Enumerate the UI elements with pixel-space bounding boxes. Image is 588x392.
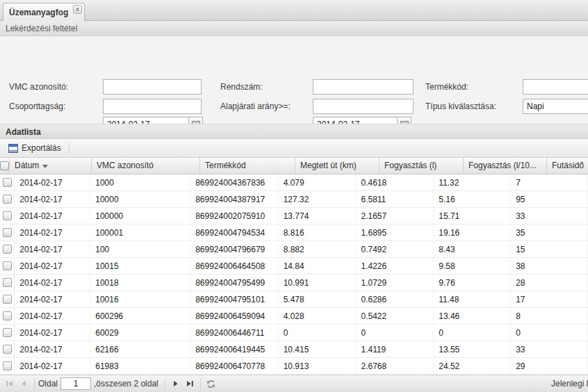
row-checkbox[interactable] bbox=[3, 278, 12, 287]
table-cell: 10.913 bbox=[279, 358, 357, 374]
select-all-cell bbox=[0, 158, 10, 174]
column-header-4[interactable]: Megtett út (km) bbox=[295, 158, 379, 174]
row-checkbox[interactable] bbox=[3, 195, 12, 204]
table-row[interactable]: 2014-02-176216686992400641944510.4151.41… bbox=[0, 341, 588, 358]
row-checkbox[interactable] bbox=[3, 361, 12, 370]
tab-close-icon[interactable]: x bbox=[73, 5, 82, 14]
table-cell: 869924006446711 bbox=[190, 325, 278, 341]
rendszam-input[interactable] bbox=[313, 79, 414, 95]
termekkod-input[interactable] bbox=[523, 79, 588, 95]
table-cell: 9.76 bbox=[434, 275, 511, 291]
next-page-button[interactable] bbox=[169, 377, 183, 391]
column-header-label: Futásidő bbox=[552, 161, 584, 170]
row-checkbox[interactable] bbox=[3, 328, 12, 337]
row-checkbox-cell bbox=[0, 191, 15, 207]
column-header-6[interactable]: Fogyasztás (l/10... bbox=[464, 158, 547, 174]
table-cell: 35 bbox=[511, 224, 588, 240]
table-cell: 10015 bbox=[90, 258, 190, 274]
datalist-header: Adatlista bbox=[0, 124, 588, 139]
alapjarati-input[interactable] bbox=[313, 99, 414, 114]
refresh-button[interactable] bbox=[204, 377, 218, 391]
table-cell: 0.4618 bbox=[356, 174, 434, 190]
export-grid-icon bbox=[8, 144, 18, 153]
tab-uzemanyag[interactable]: Üzemanyagfog x bbox=[3, 3, 85, 21]
table-cell: 8.43 bbox=[434, 241, 511, 257]
table-cell: 2.6768 bbox=[356, 358, 434, 374]
row-checkbox-cell bbox=[0, 341, 15, 357]
table-cell: 4.079 bbox=[279, 174, 357, 190]
table-cell: 8 bbox=[511, 308, 588, 324]
paging-status-text: Jelenlegi l bbox=[551, 379, 588, 389]
row-checkbox-cell bbox=[0, 358, 15, 374]
table-cell: 7 bbox=[511, 174, 588, 190]
column-header-label: Termékkód bbox=[205, 161, 246, 170]
table-row[interactable]: 2014-02-171001586992400646450814.841.422… bbox=[0, 258, 588, 275]
table-row[interactable]: 2014-02-17100168699240047951015.4780.628… bbox=[0, 291, 588, 308]
row-checkbox[interactable] bbox=[3, 345, 12, 354]
table-cell: 2014-02-17 bbox=[15, 275, 90, 291]
row-checkbox[interactable] bbox=[3, 178, 12, 187]
select-all-checkbox[interactable] bbox=[0, 161, 9, 170]
page-total-label: ,összesen 2 oldal bbox=[94, 379, 158, 389]
table-row[interactable]: 2014-02-171008699240047966798.8820.74928… bbox=[0, 241, 588, 258]
vmc-input[interactable] bbox=[103, 79, 202, 95]
table-cell: 869924006464508 bbox=[190, 258, 278, 274]
row-checkbox[interactable] bbox=[3, 228, 12, 237]
tab-title: Üzemanyagfog bbox=[9, 8, 68, 17]
table-cell: 100 bbox=[90, 241, 190, 257]
table-cell: 11.32 bbox=[434, 174, 511, 190]
prev-page-button[interactable] bbox=[17, 377, 31, 391]
export-button[interactable]: Exportálás bbox=[4, 142, 65, 154]
table-cell: 0.5422 bbox=[356, 308, 434, 324]
table-row[interactable]: 2014-02-17600298699240064467110000 bbox=[0, 325, 588, 341]
first-page-icon bbox=[4, 378, 15, 389]
table-row[interactable]: 2014-02-171000018699240047945348.8161.68… bbox=[0, 224, 588, 241]
table-cell: 2014-02-17 bbox=[15, 174, 90, 190]
table-cell: 0 bbox=[279, 325, 357, 341]
row-checkbox[interactable] bbox=[3, 211, 12, 220]
table-cell: 1000 bbox=[90, 174, 190, 190]
type-select[interactable]: Napi bbox=[523, 99, 588, 114]
first-page-button[interactable] bbox=[3, 377, 17, 391]
csoporttagsag-input[interactable] bbox=[103, 99, 202, 114]
grid-body: 2014-02-1710008699240043678364.0790.4618… bbox=[0, 174, 588, 375]
table-cell: 10.415 bbox=[279, 341, 357, 357]
table-row[interactable]: 2014-02-1710000086992400207591013.7742.1… bbox=[0, 208, 588, 224]
table-row[interactable]: 2014-02-1710000869924004387917127.326.58… bbox=[0, 191, 588, 208]
table-cell: 869924004795499 bbox=[190, 275, 278, 291]
table-row[interactable]: 2014-02-176002968699240064590944.0280.54… bbox=[0, 308, 588, 325]
row-checkbox[interactable] bbox=[3, 245, 12, 254]
column-header-2[interactable]: VMC azonosító bbox=[92, 158, 200, 174]
table-cell: 2014-02-17 bbox=[15, 224, 90, 240]
table-cell: 2014-02-17 bbox=[15, 341, 90, 357]
table-cell: 33 bbox=[511, 341, 588, 357]
export-button-label: Exportálás bbox=[22, 143, 61, 153]
row-checkbox[interactable] bbox=[3, 261, 12, 270]
row-checkbox-cell bbox=[0, 275, 15, 291]
table-cell: 100000 bbox=[90, 208, 190, 224]
page-number-input[interactable] bbox=[60, 377, 91, 390]
table-cell: 869924002075910 bbox=[190, 208, 278, 224]
table-row[interactable]: 2014-02-171001886992400479549910.9911.07… bbox=[0, 275, 588, 291]
table-cell: 2014-02-17 bbox=[15, 358, 90, 374]
column-header-7[interactable]: Futásidő bbox=[547, 158, 588, 174]
table-cell: 1.4226 bbox=[356, 258, 434, 274]
last-page-button[interactable] bbox=[183, 377, 197, 391]
column-header-1[interactable]: Dátum bbox=[10, 158, 92, 174]
table-cell: 0 bbox=[434, 325, 511, 341]
column-header-label: Fogyasztás (l/10... bbox=[468, 161, 537, 170]
column-header-5[interactable]: Fogyasztás (l) bbox=[379, 158, 464, 174]
table-cell: 2014-02-17 bbox=[15, 325, 90, 341]
paging-toolbar: Oldal ,összesen 2 oldal Jelenlegi l bbox=[0, 375, 588, 392]
tab-bar: Üzemanyagfog x bbox=[0, 0, 588, 21]
table-row[interactable]: 2014-02-176198386992400647077810.9132.67… bbox=[0, 358, 588, 375]
column-header-3[interactable]: Termékkód bbox=[200, 158, 295, 174]
table-cell: 0.6286 bbox=[356, 291, 434, 307]
row-checkbox[interactable] bbox=[3, 295, 12, 304]
column-header-label: Dátum bbox=[15, 161, 39, 170]
row-checkbox[interactable] bbox=[3, 311, 12, 320]
table-cell: 4.028 bbox=[279, 308, 357, 324]
table-cell: 28 bbox=[511, 275, 588, 291]
table-row[interactable]: 2014-02-1710008699240043678364.0790.4618… bbox=[0, 174, 588, 191]
grid-header-columns: DátumVMC azonosítóTermékkódMegtett út (k… bbox=[10, 158, 588, 174]
